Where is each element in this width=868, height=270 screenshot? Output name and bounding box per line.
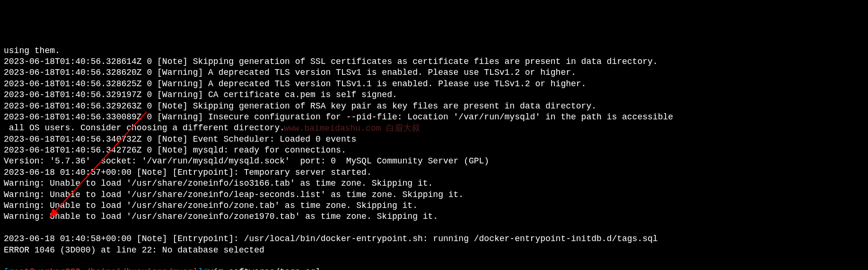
log-line: Warning: Unable to load '/usr/share/zone… (4, 189, 864, 200)
log-line: 2023-06-18 01:40:58+00:00 [Note] [Entryp… (4, 234, 864, 244)
prompt-bracket-open: [ (4, 267, 9, 270)
log-line: 2023-06-18T01:40:56.328614Z 0 [Note] Ski… (4, 56, 864, 67)
terminal-log-area: using them.2023-06-18T01:40:56.328614Z 0… (4, 45, 864, 256)
prompt-line-1: [root@worker233 /baimei/huaxiang/mysql]#… (4, 267, 864, 270)
log-line: 2023-06-18T01:40:56.328625Z 0 [Warning] … (4, 79, 864, 90)
log-line (4, 223, 864, 234)
log-line: 2023-06-18 01:40:57+00:00 [Note] [Entryp… (4, 167, 864, 178)
log-line: 2023-06-18T01:40:56.329263Z 0 [Note] Ski… (4, 101, 864, 112)
prompt-path: /baimei/huaxiang/mysql (86, 267, 198, 270)
log-line: using them. (4, 45, 864, 56)
log-line: 2023-06-18T01:40:56.329197Z 0 [Warning] … (4, 90, 864, 100)
prompt-command-1: vim softwares/tags.sql (208, 267, 321, 270)
log-line: 2023-06-18T01:40:56.330089Z 0 [Warning] … (4, 112, 864, 123)
log-line: ERROR 1046 (3D000) at line 22: No databa… (4, 245, 864, 256)
log-line: all OS users. Consider choosing a differ… (4, 123, 864, 134)
prompt-user-host: root@worker233 (9, 267, 86, 270)
log-line: Warning: Unable to load '/usr/share/zone… (4, 211, 864, 222)
log-line: Version: '5.7.36' socket: '/var/run/mysq… (4, 156, 864, 167)
log-line: 2023-06-18T01:40:56.340732Z 0 [Note] Eve… (4, 134, 864, 145)
log-line: Warning: Unable to load '/usr/share/zone… (4, 200, 864, 211)
log-line: 2023-06-18T01:40:56.342726Z 0 [Note] mys… (4, 145, 864, 156)
prompt-bracket-close: ]# (198, 267, 208, 270)
log-line: Warning: Unable to load '/usr/share/zone… (4, 178, 864, 189)
log-line: 2023-06-18T01:40:56.328620Z 0 [Warning] … (4, 67, 864, 78)
